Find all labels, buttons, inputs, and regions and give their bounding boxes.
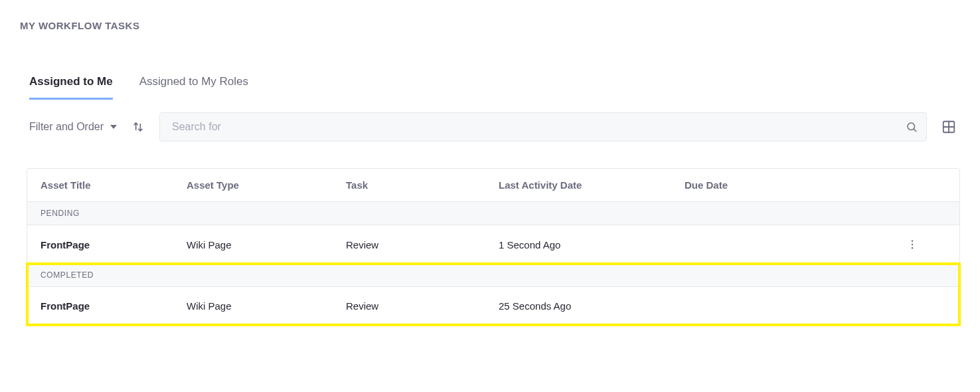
sort-direction-toggle[interactable]	[131, 120, 145, 134]
col-asset-type[interactable]: Asset Type	[187, 179, 346, 191]
col-due-date[interactable]: Due Date	[685, 179, 906, 191]
tab-assigned-to-my-roles[interactable]: Assigned to My Roles	[139, 71, 248, 100]
svg-point-0	[908, 123, 915, 130]
tabs: Assigned to Me Assigned to My Roles	[29, 71, 960, 100]
svg-point-7	[912, 247, 913, 248]
tab-assigned-to-me[interactable]: Assigned to Me	[29, 71, 113, 100]
section-header: PENDING	[27, 202, 959, 225]
row-actions-button[interactable]	[906, 239, 946, 250]
cell-asset-title: FrontPage	[41, 239, 187, 250]
page-title: MY WORKFLOW TASKS	[20, 20, 960, 31]
table-row[interactable]: FrontPage Wiki Page Review 25 Seconds Ag…	[27, 287, 959, 325]
col-task[interactable]: Task	[346, 179, 499, 191]
svg-point-6	[912, 244, 913, 245]
col-asset-title[interactable]: Asset Title	[41, 179, 187, 191]
search-icon	[906, 121, 918, 133]
cell-task: Review	[346, 239, 499, 250]
table-header-row: Asset Title Asset Type Task Last Activit…	[27, 169, 959, 202]
chevron-down-icon	[110, 125, 117, 129]
filter-and-order-dropdown[interactable]: Filter and Order	[29, 121, 117, 133]
cell-asset-type: Wiki Page	[187, 300, 346, 312]
cell-last-activity: 1 Second Ago	[499, 239, 685, 250]
view-mode-toggle[interactable]	[941, 120, 956, 134]
group-pending: PENDING FrontPage Wiki Page Review 1 Sec…	[27, 202, 959, 264]
grid-view-icon	[941, 120, 956, 134]
table-row[interactable]: FrontPage Wiki Page Review 1 Second Ago	[27, 225, 959, 264]
sort-arrows-icon	[131, 120, 145, 134]
kebab-menu-icon	[906, 239, 918, 250]
svg-point-5	[912, 241, 913, 242]
search-container	[159, 112, 927, 142]
cell-asset-title: FrontPage	[41, 300, 187, 312]
cell-task: Review	[346, 300, 499, 312]
group-completed: COMPLETED FrontPage Wiki Page Review 25 …	[27, 264, 959, 325]
filter-and-order-label: Filter and Order	[29, 121, 104, 133]
cell-last-activity: 25 Seconds Ago	[499, 300, 685, 312]
search-input[interactable]	[159, 112, 927, 142]
col-last-activity-date[interactable]: Last Activity Date	[499, 179, 685, 191]
tasks-table: Asset Title Asset Type Task Last Activit…	[27, 168, 960, 326]
svg-line-1	[914, 129, 916, 131]
toolbar: Filter and Order	[29, 112, 960, 142]
section-header: COMPLETED	[27, 264, 959, 287]
cell-asset-type: Wiki Page	[187, 239, 346, 250]
